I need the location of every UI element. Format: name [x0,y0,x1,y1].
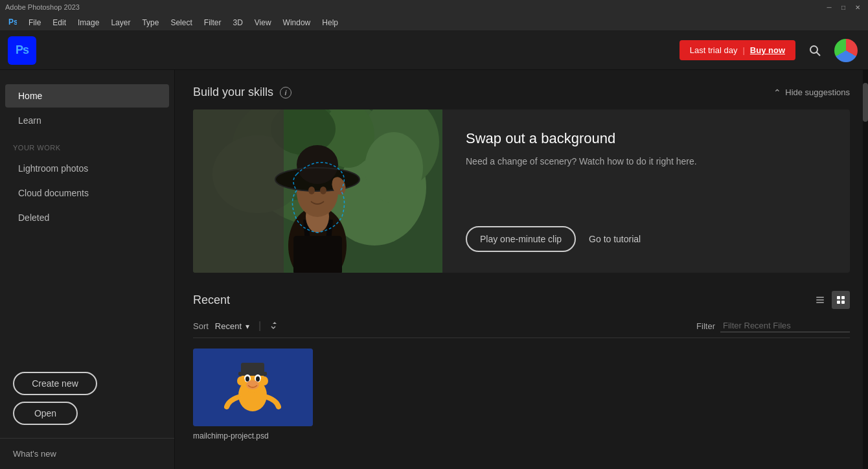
menu-edit[interactable]: Edit [47,16,71,29]
svg-rect-27 [816,299,824,301]
sidebar-actions: Create new Open [0,359,174,438]
svg-point-1 [810,46,817,53]
maximize-button[interactable]: □ [838,2,849,12]
feature-card: Swap out a background Need a change of s… [193,109,850,273]
sort-bar: Sort Recent | Filter [193,319,850,338]
app-header: Ps Last trial day | Buy now [0,31,868,70]
sidebar-item-lightroom[interactable]: Lightroom photos [5,157,169,180]
close-button[interactable]: ✕ [852,2,863,12]
open-button[interactable]: Open [13,402,78,425]
svg-rect-30 [841,296,845,299]
svg-point-11 [365,132,423,203]
recent-item-name: mailchimp-project.psd [193,431,313,440]
title-bar-controls[interactable]: ─ □ ✕ [824,2,863,12]
whats-new-link[interactable]: What's new [13,449,161,459]
title-bar-left: Adobe Photoshop 2023 [5,3,80,11]
info-icon[interactable]: i [280,87,291,98]
sidebar: Home Learn YOUR WORK Lightroom photos Cl… [0,70,175,469]
svg-point-41 [256,376,260,382]
menu-ps[interactable]: Ps [3,15,22,30]
sidebar-bottom: What's new [0,438,174,469]
menu-bar: Ps File Edit Image Layer Type Select Fil… [0,14,868,31]
filter-label: Filter [696,321,715,331]
app-logo: Ps [8,36,36,65]
menu-type[interactable]: Type [137,16,164,29]
title-bar-title: Adobe Photoshop 2023 [5,3,80,11]
svg-point-20 [297,145,338,184]
sidebar-item-learn[interactable]: Learn [5,109,169,132]
sidebar-deleted-label: Deleted [18,212,49,223]
feature-title: Swap out a background [466,130,827,147]
scrollbar-thumb[interactable] [863,83,868,122]
svg-point-25 [320,187,326,194]
filter-input[interactable] [720,319,850,332]
minimize-button[interactable]: ─ [824,2,834,12]
menu-image[interactable]: Image [73,16,104,29]
build-skills-title: Build your skills [193,86,273,99]
svg-line-2 [817,52,821,56]
sidebar-cloud-label: Cloud documents [18,188,89,198]
trial-text: Last trial day [690,45,738,55]
feature-info: Swap out a background Need a change of s… [442,109,850,273]
buy-now-text[interactable]: Buy now [750,45,785,55]
recent-grid: mailchimp-project.psd [193,349,850,440]
recent-header: Recent [193,291,850,309]
menu-3d[interactable]: 3D [227,16,247,29]
sidebar-nav: Home Learn YOUR WORK Lightroom photos Cl… [0,83,174,359]
sidebar-item-home[interactable]: Home [5,84,169,108]
menu-view[interactable]: View [249,16,277,29]
scrollbar-track[interactable] [863,70,868,469]
svg-point-24 [308,187,315,194]
filter-area: Filter [696,319,850,332]
feature-content: Swap out a background Need a change of s… [466,130,827,168]
avatar[interactable] [834,39,858,62]
sidebar-section-your-work: YOUR WORK [0,137,174,155]
sort-select[interactable]: Recent [215,321,249,331]
hide-suggestions-label: Hide suggestions [785,87,850,97]
svg-rect-12 [193,109,284,273]
sidebar-home-label: Home [18,91,42,101]
menu-help[interactable]: Help [317,16,343,29]
svg-rect-28 [816,302,824,303]
title-bar: Adobe Photoshop 2023 ─ □ ✕ [0,0,868,14]
go-to-tutorial-button[interactable]: Go to tutorial [589,234,641,244]
svg-rect-16 [293,236,342,273]
svg-rect-29 [837,296,840,299]
main-layout: Home Learn YOUR WORK Lightroom photos Cl… [0,70,868,469]
grid-view-button[interactable] [832,291,850,309]
menu-window[interactable]: Window [278,16,316,29]
svg-rect-31 [837,301,840,304]
chevron-up-icon: ⌃ [773,87,781,98]
recent-thumbnail [193,349,313,426]
svg-point-42 [246,380,259,389]
header-right: Last trial day | Buy now [680,39,858,62]
menu-filter[interactable]: Filter [199,16,227,29]
list-item[interactable]: mailchimp-project.psd [193,349,313,440]
svg-text:Ps: Ps [8,17,17,26]
feature-actions: Play one-minute clip Go to tutorial [466,226,827,252]
content-area: Build your skills i ⌃ Hide suggestions [175,70,868,469]
svg-point-40 [246,376,249,382]
sidebar-item-deleted[interactable]: Deleted [5,206,169,229]
sort-divider: | [258,320,261,332]
sort-direction-button[interactable] [270,321,279,332]
feature-image [193,109,442,273]
sidebar-learn-label: Learn [18,115,41,126]
create-new-button[interactable]: Create new [13,372,97,395]
build-skills-header: Build your skills i ⌃ Hide suggestions [193,86,850,99]
recent-title: Recent [193,293,230,307]
trial-button[interactable]: Last trial day | Buy now [680,40,795,60]
hide-suggestions-button[interactable]: ⌃ Hide suggestions [773,87,850,98]
sidebar-lightroom-label: Lightroom photos [18,163,88,174]
trial-separator: | [742,45,744,55]
play-clip-button[interactable]: Play one-minute clip [466,226,576,252]
feature-description: Need a change of scenery? Watch how to d… [466,155,827,168]
menu-file[interactable]: File [23,16,46,29]
sidebar-item-cloud[interactable]: Cloud documents [5,181,169,205]
svg-rect-32 [841,301,845,304]
search-button[interactable] [803,39,827,62]
list-view-button[interactable] [811,291,829,309]
svg-point-44 [260,376,268,385]
menu-select[interactable]: Select [165,16,197,29]
menu-layer[interactable]: Layer [106,16,135,29]
